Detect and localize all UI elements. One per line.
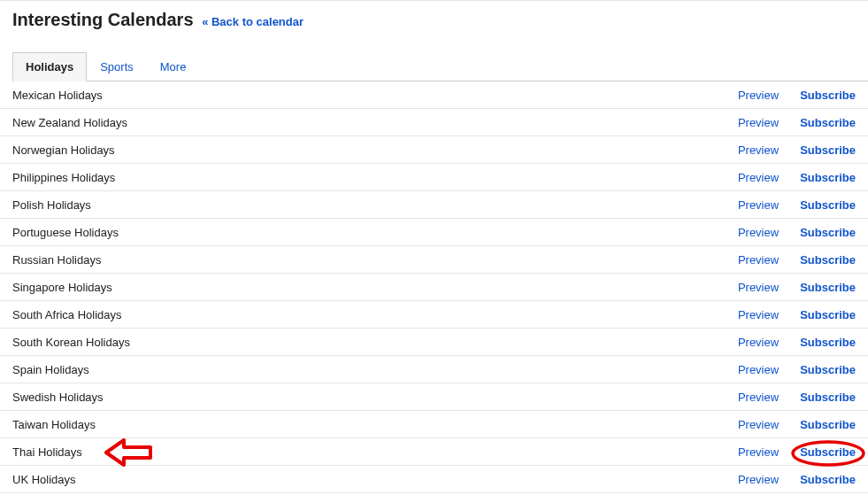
calendar-name: UK Holidays	[12, 473, 738, 486]
svg-point-0	[793, 442, 864, 465]
subscribe-link[interactable]: Subscribe	[800, 418, 856, 431]
preview-link[interactable]: Preview	[738, 198, 779, 212]
preview-link[interactable]: Preview	[738, 391, 779, 404]
subscribe-link[interactable]: Subscribe	[800, 281, 856, 294]
calendar-row: Taiwan HolidaysPreviewSubscribe	[0, 411, 868, 438]
calendar-list: Mexican HolidaysPreviewSubscribeNew Zeal…	[0, 81, 868, 503]
preview-link[interactable]: Preview	[738, 473, 779, 486]
calendar-name: US Holidays	[12, 500, 738, 504]
calendar-name: Portuguese Holidays	[12, 226, 738, 239]
calendar-row: South Korean HolidaysPreviewSubscribe	[0, 329, 868, 356]
calendar-name: Mexican Holidays	[12, 89, 738, 102]
calendar-name: Thai Holidays	[12, 445, 738, 459]
calendar-name: Polish Holidays	[12, 198, 738, 212]
preview-link[interactable]: Preview	[738, 116, 779, 129]
preview-link[interactable]: Preview	[738, 226, 779, 239]
subscribe-link[interactable]: Subscribe	[800, 500, 856, 504]
subscribe-link[interactable]: Subscribe	[800, 89, 856, 102]
subscribe-link[interactable]: Subscribe	[800, 363, 856, 376]
subscribe-link[interactable]: Subscribe	[800, 445, 856, 459]
subscribe-link[interactable]: Subscribe	[800, 473, 856, 486]
calendar-name: Norwegian Holidays	[12, 143, 738, 157]
calendar-name: Swedish Holidays	[12, 391, 738, 404]
subscribe-link[interactable]: Subscribe	[800, 171, 856, 184]
calendar-row: Philippines HolidaysPreviewSubscribe	[0, 164, 868, 191]
calendar-row: Russian HolidaysPreviewSubscribe	[0, 246, 868, 274]
annotation-circle-icon	[789, 438, 867, 468]
calendar-row: Polish HolidaysPreviewSubscribe	[0, 191, 868, 219]
calendar-name: Singapore Holidays	[12, 281, 738, 294]
preview-link[interactable]: Preview	[738, 143, 779, 157]
calendar-row: Mexican HolidaysPreviewSubscribe	[0, 81, 868, 109]
back-to-calendar-link[interactable]: « Back to calendar	[202, 15, 303, 28]
calendar-name: New Zealand Holidays	[12, 116, 738, 129]
preview-link[interactable]: Preview	[738, 253, 779, 267]
calendar-name: Russian Holidays	[12, 253, 738, 267]
page-header: Interesting Calendars « Back to calendar	[0, 1, 868, 43]
annotation-arrow-icon	[104, 438, 157, 467]
subscribe-link[interactable]: Subscribe	[800, 226, 856, 239]
subscribe-link[interactable]: Subscribe	[800, 336, 856, 349]
subscribe-link[interactable]: Subscribe	[800, 308, 856, 321]
preview-link[interactable]: Preview	[738, 445, 779, 459]
calendar-name: South Africa Holidays	[12, 308, 738, 321]
calendar-row: South Africa HolidaysPreviewSubscribe	[0, 301, 868, 329]
subscribe-link[interactable]: Subscribe	[800, 198, 856, 212]
subscribe-link[interactable]: Subscribe	[800, 391, 856, 404]
calendar-row: Portuguese HolidaysPreviewSubscribe	[0, 219, 868, 246]
calendar-row: Swedish HolidaysPreviewSubscribe	[0, 383, 868, 411]
calendar-name: South Korean Holidays	[12, 336, 738, 349]
preview-link[interactable]: Preview	[738, 281, 779, 294]
tab-more[interactable]: More	[147, 52, 200, 81]
calendar-row: Thai HolidaysPreviewSubscribe	[0, 438, 868, 466]
subscribe-link[interactable]: Subscribe	[800, 116, 856, 129]
calendar-row: US HolidaysPreviewSubscribe	[0, 493, 868, 503]
page-title: Interesting Calendars	[12, 10, 194, 30]
preview-link[interactable]: Preview	[738, 500, 779, 504]
calendar-name: Philippines Holidays	[12, 171, 738, 184]
calendar-row: Norwegian HolidaysPreviewSubscribe	[0, 136, 868, 164]
calendar-row: Singapore HolidaysPreviewSubscribe	[0, 274, 868, 301]
tabs: HolidaysSportsMore	[12, 43, 868, 81]
preview-link[interactable]: Preview	[738, 418, 779, 431]
calendar-row: Spain HolidaysPreviewSubscribe	[0, 356, 868, 383]
calendar-name: Spain Holidays	[12, 363, 738, 376]
calendar-row: UK HolidaysPreviewSubscribe	[0, 466, 868, 493]
calendar-row: New Zealand HolidaysPreviewSubscribe	[0, 109, 868, 136]
tab-sports[interactable]: Sports	[87, 52, 147, 81]
subscribe-link[interactable]: Subscribe	[800, 143, 856, 157]
preview-link[interactable]: Preview	[738, 308, 779, 321]
preview-link[interactable]: Preview	[738, 336, 779, 349]
preview-link[interactable]: Preview	[738, 89, 779, 102]
subscribe-link[interactable]: Subscribe	[800, 253, 856, 267]
tab-holidays[interactable]: Holidays	[12, 52, 87, 81]
calendar-name: Taiwan Holidays	[12, 418, 738, 431]
preview-link[interactable]: Preview	[738, 363, 779, 376]
preview-link[interactable]: Preview	[738, 171, 779, 184]
